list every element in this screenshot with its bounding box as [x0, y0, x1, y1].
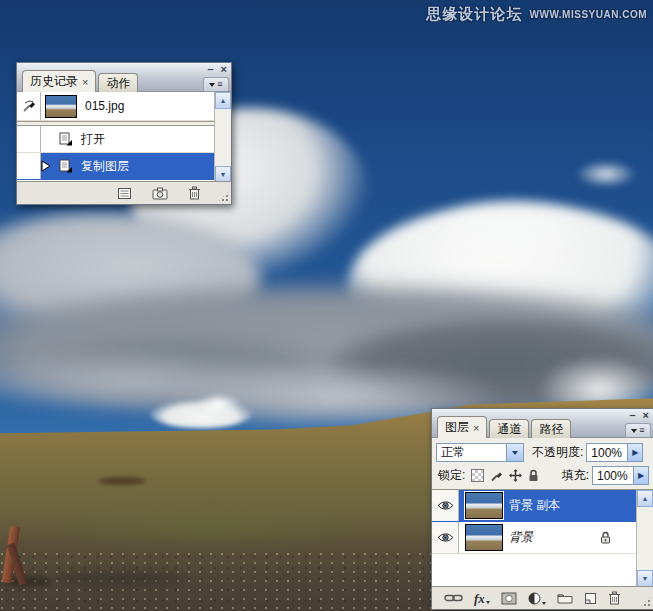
lock-paint-brush-icon[interactable]	[490, 469, 503, 482]
blend-mode-value: 正常	[437, 444, 465, 461]
history-state-label: 复制图层	[81, 158, 129, 175]
add-layer-mask-icon[interactable]	[501, 592, 517, 605]
scroll-up-button[interactable]: ▲	[637, 490, 653, 507]
delete-layer-trash-icon[interactable]	[608, 591, 621, 605]
layer-style-button[interactable]: fx	[474, 593, 490, 604]
layer-name: 背景 副本	[509, 497, 560, 514]
tab-history-label: 历史记录	[30, 73, 78, 90]
resize-grip[interactable]	[217, 190, 230, 203]
snapshot-thumbnail[interactable]	[45, 95, 77, 118]
new-layer-icon[interactable]	[584, 592, 597, 605]
layers-panel: – × 图层 × 通道 路径 ≡	[431, 408, 653, 610]
tab-actions-label: 动作	[106, 75, 130, 92]
menu-arrow-icon	[209, 83, 215, 87]
minimize-icon[interactable]: –	[629, 409, 635, 421]
layer-locked-padlock-icon	[600, 531, 611, 544]
combo-dropdown-button[interactable]	[506, 444, 523, 461]
lock-all-padlock-icon[interactable]	[528, 469, 539, 482]
history-footer	[17, 181, 231, 204]
layer-row-background-copy[interactable]: 背景 副本	[432, 490, 637, 522]
link-layers-icon[interactable]	[444, 593, 463, 603]
history-scrollbar[interactable]: ▲ ▼	[214, 92, 231, 183]
chevron-down-icon	[542, 602, 546, 605]
history-state-list: 015.jpg 打开	[17, 92, 231, 183]
ground-shadow	[55, 572, 185, 586]
fx-icon: fx	[474, 593, 485, 604]
cloud-shape	[196, 393, 242, 414]
lock-options	[471, 469, 539, 482]
visibility-toggle[interactable]	[432, 522, 459, 553]
history-state-open[interactable]: 打开	[17, 126, 215, 153]
fill-field[interactable]: 100%	[592, 466, 634, 485]
eye-icon	[437, 532, 454, 543]
close-icon[interactable]: ×	[643, 409, 649, 421]
tab-layers-label: 图层	[445, 419, 469, 436]
history-source-checkbox[interactable]	[17, 153, 41, 179]
lock-transparency-icon[interactable]	[471, 469, 484, 482]
watermark: 思缘设计论坛 WWW.MISSYUAN.COM	[427, 5, 647, 24]
watermark-site-url: WWW.MISSYUAN.COM	[530, 9, 647, 20]
opacity-label: 不透明度:	[532, 444, 583, 461]
chevron-down-icon	[512, 451, 518, 455]
history-brush-icon	[22, 99, 36, 113]
history-panel-titlebar: – × 历史记录 × 动作 ≡	[17, 63, 231, 92]
history-tabs: 历史记录 × 动作	[22, 70, 140, 92]
layers-window-buttons: – ×	[629, 409, 649, 421]
state-marker-zone	[41, 160, 54, 172]
blend-mode-select[interactable]: 正常	[436, 443, 524, 462]
eye-icon	[437, 500, 454, 511]
history-source-checkbox[interactable]	[17, 126, 41, 152]
new-group-folder-icon[interactable]	[557, 592, 573, 604]
resize-grip[interactable]	[639, 595, 652, 608]
layers-controls: 正常 不透明度: 100% ▶ 锁定:	[432, 438, 653, 489]
history-snapshot-row[interactable]: 015.jpg	[17, 92, 215, 121]
history-panel: – × 历史记录 × 动作 ≡	[16, 62, 232, 205]
history-state-label: 打开	[81, 131, 105, 148]
set-history-source-well[interactable]	[17, 92, 41, 120]
visibility-toggle[interactable]	[432, 490, 459, 521]
tab-actions[interactable]: 动作	[98, 73, 138, 92]
tab-paths-label: 路径	[539, 421, 563, 438]
new-adjustment-layer-icon[interactable]	[528, 592, 546, 605]
opacity-value: 100%	[591, 446, 622, 460]
fill-label: 填充:	[562, 467, 589, 484]
history-window-buttons: – ×	[207, 63, 227, 75]
layers-scrollbar[interactable]: ▲ ▼	[636, 490, 653, 587]
tab-paths[interactable]: 路径	[531, 419, 571, 438]
grass-patch	[30, 505, 390, 547]
lock-position-move-icon[interactable]	[509, 469, 522, 482]
tab-close-icon[interactable]: ×	[82, 76, 88, 88]
new-document-from-state-icon[interactable]	[117, 187, 132, 200]
tab-channels-label: 通道	[497, 421, 521, 438]
close-icon[interactable]: ×	[221, 63, 227, 75]
new-snapshot-camera-icon[interactable]	[152, 187, 168, 200]
minimize-icon[interactable]: –	[207, 63, 213, 75]
menu-lines-icon: ≡	[217, 80, 222, 89]
layer-row-background[interactable]: 背景	[432, 522, 637, 554]
ground-debris	[98, 477, 146, 485]
panel-menu-button[interactable]: ≡	[625, 423, 651, 437]
layers-tabs: 图层 × 通道 路径	[437, 416, 573, 438]
opacity-slider-button[interactable]: ▶	[628, 443, 643, 462]
current-state-marker-icon	[41, 160, 51, 172]
scroll-up-button[interactable]: ▲	[215, 92, 231, 109]
snapshot-filename: 015.jpg	[85, 99, 124, 113]
history-state-duplicate-layer[interactable]: 复制图层	[17, 153, 215, 180]
layer-thumbnail[interactable]	[465, 524, 503, 551]
fill-value: 100%	[597, 469, 628, 483]
tab-channels[interactable]: 通道	[489, 419, 529, 438]
layer-thumbnail[interactable]	[465, 492, 503, 519]
opacity-field[interactable]: 100%	[586, 443, 628, 462]
fill-slider-button[interactable]: ▶	[634, 466, 649, 485]
scroll-down-button[interactable]: ▼	[637, 570, 653, 587]
chevron-down-icon	[486, 601, 490, 604]
layer-list: 背景 副本 背景	[432, 489, 653, 587]
tab-history[interactable]: 历史记录 ×	[22, 70, 96, 92]
tab-close-icon[interactable]: ×	[473, 422, 479, 434]
layers-footer: fx	[432, 586, 653, 609]
panel-menu-button[interactable]: ≡	[203, 77, 229, 91]
watermark-site-name: 思缘设计论坛	[427, 5, 523, 24]
photoshop-workspace: 思缘设计论坛 WWW.MISSYUAN.COM – × 历史记录 × 动作 ≡	[0, 0, 653, 611]
tab-layers[interactable]: 图层 ×	[437, 416, 487, 438]
delete-trash-icon[interactable]	[188, 186, 201, 200]
